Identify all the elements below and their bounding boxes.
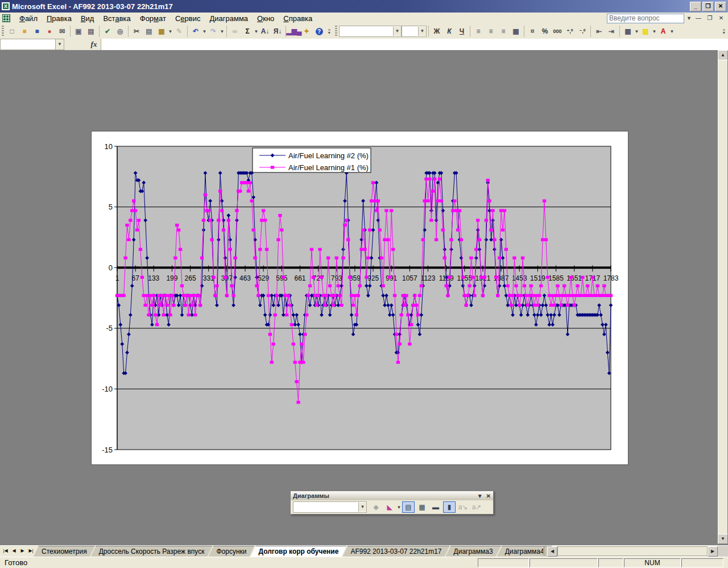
drawing-button[interactable]: ✦ [301,26,312,37]
open-button[interactable]: ■ [19,26,30,37]
vertical-scrollbar[interactable]: ▲ ▼ [718,50,728,544]
save-button[interactable]: ■ [31,26,43,37]
borders-button[interactable]: ▦ [622,26,634,37]
sheet-tab-6[interactable]: Диаграмма3 [446,546,501,557]
doc-minimize-button[interactable]: — [694,14,703,22]
underline-button[interactable]: Ч [456,26,468,37]
spelling-button[interactable]: ✔ [102,26,113,37]
by-column-button[interactable]: ▮ [443,501,456,513]
paste-button[interactable]: ▦ [156,26,167,37]
window-minimize-button[interactable]: _ [690,2,701,11]
chart-wizard-button[interactable]: ▂▆▄ [288,26,300,37]
percent-button[interactable]: % [539,26,551,37]
air-fuel-learning-chart[interactable]: 1050-5-10-151671331992653313974635295956… [92,131,628,464]
tab-scroll-first-button[interactable]: |◀ [1,546,10,556]
font-combo-dropdown-icon[interactable]: ▼ [393,27,401,36]
copy-button[interactable]: ▤ [143,26,155,37]
menu-file[interactable]: Файл [15,13,42,24]
window-restore-button[interactable]: ❐ [702,2,714,11]
thousands-button[interactable]: 000 [552,26,563,37]
data-table-button[interactable]: ▦ [416,501,428,513]
scroll-down-icon[interactable]: ▼ [718,534,728,544]
align-center-button[interactable]: ≡ [485,26,497,37]
help-button[interactable]: ? [313,26,325,37]
chart-objects-dropdown-icon[interactable]: ▼ [358,503,366,512]
paste-dropdown-icon[interactable]: ▼ [168,26,173,37]
decrease-decimal-button[interactable]: ⁻,⁰ [577,26,588,37]
horizontal-scrollbar[interactable]: ◀ ▶ [547,546,718,556]
font-color-dropdown-icon[interactable]: ▼ [669,26,675,37]
research-button[interactable]: ◎ [114,26,126,37]
toolbar-grip2[interactable] [335,26,337,37]
toolbar-grip[interactable] [2,26,4,37]
horizontal-scrollbar-track[interactable] [557,546,708,556]
menu-tools[interactable]: Сервис [171,13,205,24]
print-button[interactable]: ▣ [73,26,84,37]
chart-toolbar-options-icon[interactable]: ▼ [477,493,483,499]
doc-restore-button[interactable]: ❐ [705,14,714,22]
menu-view[interactable]: Вид [76,13,99,24]
formula-input[interactable] [101,39,728,50]
merge-center-button[interactable]: ▦ [510,26,522,37]
font-color-button[interactable]: А [657,26,669,37]
by-row-button[interactable]: ▬ [429,501,442,513]
scroll-left-icon[interactable]: ◀ [547,546,557,557]
legend-toggle-button[interactable]: ▤ [402,501,415,513]
font-combo[interactable]: ▼ [339,26,402,37]
menu-chart[interactable]: Диаграмма [205,13,253,24]
autosum-dropdown-icon[interactable]: ▼ [254,26,259,37]
menu-window[interactable]: Окно [253,13,279,24]
size-combo-dropdown-icon[interactable]: ▼ [418,27,426,36]
sheet-tab-1[interactable]: Стехиометрия [34,546,95,557]
menu-format[interactable]: Формат [135,13,171,24]
chart-type-button[interactable]: ◣ [383,501,396,513]
email-button[interactable]: ✉ [56,26,68,37]
sort-desc-button[interactable]: Я↓ [272,26,283,37]
sheet-tab-3[interactable]: Форсунки [208,546,254,557]
chart-area[interactable]: 1050-5-10-151671331992653313974635295956… [91,131,628,465]
menu-help[interactable]: Справка [279,13,317,24]
sheet-tab-5[interactable]: AF992 2013-03-07 22h21m17 [342,546,449,557]
menu-edit[interactable]: Правка [42,13,76,24]
menu-insert[interactable]: Вставка [98,13,135,24]
chart-type-dropdown-icon[interactable]: ▼ [396,501,402,513]
chart-objects-combo[interactable]: ▼ [293,501,367,513]
insert-function-button[interactable]: fx [87,39,101,50]
increase-decimal-button[interactable]: ⁺,⁰ [564,26,576,37]
redo-dropdown-icon[interactable]: ▼ [220,26,225,37]
sheet-tab-2[interactable]: Дроссель Скорость Разреж впуск [91,546,213,557]
italic-button[interactable]: К [444,26,455,37]
align-left-button[interactable]: ≡ [473,26,484,37]
borders-dropdown-icon[interactable]: ▼ [634,26,639,37]
cut-button[interactable]: ✂ [131,26,142,37]
decrease-indent-button[interactable]: ⇤ [593,26,605,37]
window-close-button[interactable]: ✕ [715,2,726,11]
chart-toolbar-title-bar[interactable]: Диаграммы ▼ ✕ [291,491,493,500]
undo-dropdown-icon[interactable]: ▼ [202,26,207,37]
currency-button[interactable]: ¤ [527,26,538,37]
align-right-button[interactable]: ≡ [498,26,509,37]
scroll-up-icon[interactable]: ▲ [718,50,728,60]
doc-close-button[interactable]: ✕ [717,14,726,22]
name-box-dropdown-icon[interactable]: ▼ [56,39,64,50]
vertical-scrollbar-thumb[interactable] [718,60,728,534]
bold-button[interactable]: Ж [431,26,442,37]
undo-button[interactable]: ↶ [190,26,201,37]
tab-scroll-last-button[interactable]: ▶| [27,546,35,556]
scroll-right-icon[interactable]: ▶ [708,546,718,557]
chart-toolbar-close-icon[interactable]: ✕ [486,493,491,499]
fill-color-button[interactable]: ▨ [640,26,651,37]
tab-scroll-prev-button[interactable]: ◀ [10,546,18,556]
ask-question-input[interactable] [607,14,684,23]
autosum-button[interactable]: Σ [242,26,253,37]
fill-color-dropdown-icon[interactable]: ▼ [652,26,657,37]
formatting-toolbar-options-icon[interactable]: »▾ [720,25,728,38]
print-preview-button[interactable]: ▤ [85,26,97,37]
increase-indent-button[interactable]: ⇥ [606,26,617,37]
permission-button[interactable]: ● [44,26,55,37]
question-dropdown-icon[interactable]: ▼ [686,15,692,21]
size-combo[interactable]: ▼ [402,26,427,37]
tab-scroll-next-button[interactable]: ▶ [18,546,27,556]
sheet-tab-4[interactable]: Долговр корр обучение [250,546,346,557]
tab-split-handle[interactable] [543,546,545,556]
